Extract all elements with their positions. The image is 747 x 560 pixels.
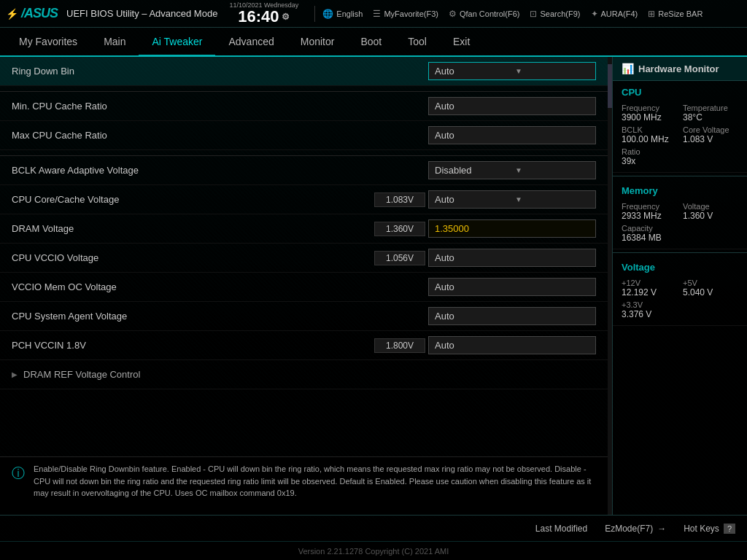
- question-mark-icon: ?: [724, 524, 735, 534]
- nav-boot[interactable]: Boot: [347, 28, 395, 57]
- resize-icon: ⊞: [648, 9, 655, 19]
- setting-value-dram[interactable]: 1.35000: [428, 219, 596, 238]
- last-modified-button[interactable]: Last Modified: [535, 524, 587, 534]
- setting-dropdown-vccio-mem-oc[interactable]: Auto: [428, 278, 596, 296]
- main-layout: Ring Down Bin Auto ▼ Min. CPU Cache Rati…: [0, 57, 747, 515]
- settings-table: Ring Down Bin Auto ▼ Min. CPU Cache Rati…: [0, 57, 608, 456]
- setting-ring-down-bin[interactable]: Ring Down Bin Auto ▼: [0, 57, 608, 86]
- hw-divider-2: [613, 252, 747, 253]
- favorite-icon: ☰: [373, 9, 381, 19]
- setting-current-cpu-core: 1.083V: [374, 192, 425, 207]
- setting-dropdown-bclk-adaptive[interactable]: Disabled ▼: [428, 161, 596, 179]
- hw-cpu-grid: Frequency 3900 MHz Temperature 38°C BCLK…: [622, 104, 738, 166]
- aura-button[interactable]: ✦ AURA(F4): [591, 9, 638, 19]
- dropdown-arrow-bclk-icon: ▼: [515, 166, 589, 174]
- setting-cpu-core-voltage[interactable]: CPU Core/Cache Voltage 1.083V Auto ▼: [0, 185, 608, 214]
- hot-keys-button[interactable]: Hot Keys ?: [684, 524, 735, 534]
- hw-voltage-grid: +12V 12.192 V +5V 5.040 V +3.3V 3.376 V: [622, 279, 738, 319]
- hw-mem-volt-value: 1.360 V: [683, 211, 738, 221]
- nav-advanced[interactable]: Advanced: [215, 28, 287, 57]
- nav-bar: My Favorites Main Ai Tweaker Advanced Mo…: [0, 28, 747, 57]
- nav-my-favorites[interactable]: My Favorites: [6, 28, 90, 57]
- footer-text: Version 2.21.1278 Copyright (C) 2021 AMI: [298, 547, 449, 556]
- hw-mem-freq-value: 2933 MHz: [622, 211, 677, 221]
- setting-dropdown-min-cpu-cache[interactable]: Auto: [428, 97, 596, 115]
- top-divider: [314, 6, 315, 22]
- hw-cpu-temp-label: Temperature: [683, 104, 738, 112]
- setting-label-max-cpu-cache: Max CPU Cache Ratio: [12, 130, 428, 141]
- setting-bclk-adaptive[interactable]: BCLK Aware Adaptive Voltage Disabled ▼: [0, 156, 608, 185]
- setting-cpu-sys-agent[interactable]: CPU System Agent Voltage Auto: [0, 302, 608, 331]
- resize-bar-button[interactable]: ⊞ ReSize BAR: [648, 9, 703, 19]
- setting-max-cpu-cache[interactable]: Max CPU Cache Ratio Auto: [0, 121, 608, 150]
- hw-v5-label: +5V: [683, 279, 738, 287]
- hw-cpu-bclk-value: 100.00 MHz: [622, 134, 677, 144]
- setting-dropdown-ring-down-bin[interactable]: Auto ▼: [428, 62, 596, 80]
- top-bar: ⚡ /ASUS UEFI BIOS Utility – Advanced Mod…: [0, 0, 747, 28]
- hw-monitor-title: Hardware Monitor: [638, 63, 719, 74]
- setting-vccio-mem-oc[interactable]: VCCIO Mem OC Voltage Auto: [0, 273, 608, 302]
- hw-cpu-ratio-label: Ratio: [622, 147, 677, 156]
- hw-v5-value: 5.040 V: [683, 287, 738, 298]
- nav-ai-tweaker[interactable]: Ai Tweaker: [139, 28, 215, 57]
- setting-label-ring-down-bin: Ring Down Bin: [12, 66, 428, 77]
- ez-mode-button[interactable]: EzMode(F7) →: [605, 524, 666, 534]
- my-favorite-button[interactable]: ☰ MyFavorite(F3): [373, 9, 438, 19]
- footer-bar: Version 2.21.1278 Copyright (C) 2021 AMI: [0, 541, 747, 560]
- qfan-button[interactable]: ⚙ Qfan Control(F6): [449, 9, 520, 19]
- setting-dram-voltage[interactable]: DRAM Voltage 1.360V 1.35000: [0, 214, 608, 244]
- setting-dram-ref-voltage[interactable]: DRAM REF Voltage Control: [0, 360, 608, 389]
- setting-pch-vccin[interactable]: PCH VCCIN 1.8V 1.800V Auto: [0, 331, 608, 360]
- setting-dropdown-cpu-vccio[interactable]: Auto: [428, 249, 596, 267]
- hw-cpu-ratio-value: 39x: [622, 156, 677, 166]
- hw-divider-1: [613, 176, 747, 176]
- search-button[interactable]: ⊡ Search(F9): [530, 9, 580, 19]
- aura-icon: ✦: [591, 9, 598, 19]
- setting-dropdown-pch-vccin[interactable]: Auto: [428, 336, 596, 354]
- setting-label-bclk-adaptive: BCLK Aware Adaptive Voltage: [12, 165, 428, 176]
- setting-current-cpu-vccio: 1.056V: [374, 251, 425, 265]
- separator-1: [0, 86, 608, 92]
- setting-dropdown-cpu-core-voltage[interactable]: Auto ▼: [428, 190, 596, 209]
- setting-label-vccio-mem-oc: VCCIO Mem OC Voltage: [12, 281, 428, 292]
- settings-panel: Ring Down Bin Auto ▼ Min. CPU Cache Rati…: [0, 57, 608, 515]
- setting-label-cpu-vccio: CPU VCCIO Voltage: [12, 252, 374, 263]
- nav-exit[interactable]: Exit: [440, 28, 483, 57]
- hw-mem-cap-value: 16384 MB: [622, 233, 677, 243]
- info-text: Enable/Disable Ring Downbin feature. Ena…: [34, 463, 596, 509]
- settings-gear-icon[interactable]: ⚙: [282, 12, 290, 21]
- bios-title: UEFI BIOS Utility – Advanced Mode: [66, 8, 217, 19]
- hw-cpu-freq-value: 3900 MHz: [622, 112, 677, 122]
- nav-monitor[interactable]: Monitor: [287, 28, 348, 57]
- nav-tool[interactable]: Tool: [395, 28, 440, 57]
- setting-cpu-vccio[interactable]: CPU VCCIO Voltage 1.056V Auto: [0, 244, 608, 273]
- setting-min-cpu-cache[interactable]: Min. CPU Cache Ratio Auto: [0, 92, 608, 121]
- bottom-bar: Last Modified EzMode(F7) → Hot Keys ?: [0, 515, 747, 541]
- right-panel: 📊 Hardware Monitor CPU Frequency 3900 MH…: [612, 57, 747, 515]
- hw-voltage-title: Voltage: [622, 262, 738, 273]
- datetime-block: 11/10/2021 Wednesday 16:40 ⚙: [229, 2, 298, 25]
- setting-label-pch-vccin: PCH VCCIN 1.8V: [12, 340, 374, 351]
- setting-current-pch-vccin: 1.800V: [374, 338, 425, 353]
- top-bar-items: 🌐 English ☰ MyFavorite(F3) ⚙ Qfan Contro…: [322, 9, 741, 19]
- setting-label-min-cpu-cache: Min. CPU Cache Ratio: [12, 101, 428, 112]
- setting-dropdown-max-cpu-cache[interactable]: Auto: [428, 126, 596, 144]
- hw-cpu-temp-value: 38°C: [683, 112, 738, 122]
- setting-label-dram-ref: DRAM REF Voltage Control: [12, 369, 596, 380]
- hw-cpu-title: CPU: [622, 87, 738, 98]
- nav-main[interactable]: Main: [90, 28, 139, 57]
- hw-v12-label: +12V: [622, 279, 677, 287]
- scroll-indicator[interactable]: [608, 57, 612, 515]
- scroll-thumb[interactable]: [608, 64, 612, 108]
- fan-icon: ⚙: [449, 9, 457, 19]
- time-display: 16:40: [238, 9, 279, 25]
- hw-cpu-section: CPU Frequency 3900 MHz Temperature 38°C …: [613, 81, 747, 173]
- setting-dropdown-cpu-sys-agent[interactable]: Auto: [428, 307, 596, 325]
- hw-v12-value: 12.192 V: [622, 287, 677, 298]
- info-icon: ⓘ: [12, 464, 25, 509]
- monitor-icon: 📊: [622, 63, 634, 74]
- language-selector[interactable]: 🌐 English: [322, 9, 363, 19]
- setting-current-dram: 1.360V: [374, 222, 425, 236]
- hw-v33-value: 3.376 V: [622, 309, 677, 319]
- hw-v33-label: +3.3V: [622, 300, 677, 309]
